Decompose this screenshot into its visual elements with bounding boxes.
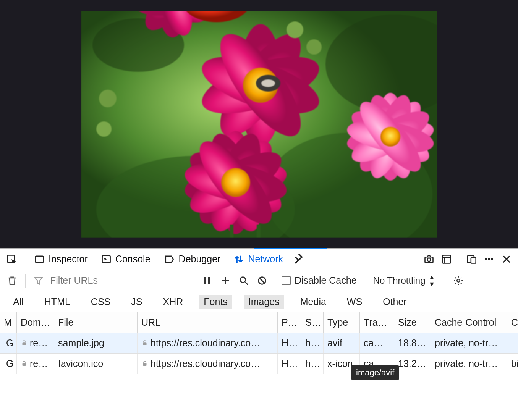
- tab-debugger[interactable]: Debugger: [159, 249, 225, 270]
- svg-point-59: [488, 258, 490, 260]
- svg-point-58: [485, 258, 487, 260]
- network-toolbar: Disable Cache No Throttling ▲▼: [0, 270, 518, 291]
- table-row[interactable]: G re… favicon.ico https://res.cloudinary…: [0, 354, 518, 374]
- tab-console-label: Console: [115, 254, 151, 265]
- svg-rect-67: [143, 342, 147, 345]
- screenshot-icon[interactable]: [422, 252, 436, 266]
- updown-icon: ▲▼: [429, 274, 435, 288]
- svg-point-46: [99, 90, 117, 107]
- cell-cache-control: private, no-tr…: [435, 358, 498, 369]
- svg-rect-69: [143, 363, 147, 366]
- tab-debugger-label: Debugger: [179, 254, 221, 265]
- tab-inspector-label: Inspector: [49, 254, 88, 265]
- col-cache-control[interactable]: Cache-Control: [431, 312, 507, 333]
- svg-point-60: [491, 258, 493, 260]
- cell-protocol: H…: [282, 338, 298, 349]
- active-tab-indicator: [254, 248, 327, 249]
- lock-icon: [141, 358, 148, 369]
- chip-html[interactable]: HTML: [40, 295, 75, 309]
- cell-scheme: h…: [305, 338, 320, 349]
- chip-media[interactable]: Media: [296, 295, 331, 309]
- cell-file: sample.jpg: [58, 338, 104, 349]
- cell-size: 18.8…: [398, 338, 426, 349]
- search-icon[interactable]: [237, 274, 251, 288]
- cell-file: favicon.ico: [58, 358, 103, 369]
- tab-console[interactable]: Console: [96, 249, 155, 270]
- tab-network[interactable]: Network: [229, 249, 288, 270]
- trash-icon[interactable]: [5, 274, 19, 288]
- svg-rect-48: [257, 225, 261, 238]
- cell-transferred: ca…: [364, 338, 383, 349]
- chip-images[interactable]: Images: [244, 295, 284, 309]
- checkbox-icon: [282, 276, 291, 285]
- cell-type: avif: [327, 338, 342, 349]
- responsive-icon[interactable]: [440, 252, 453, 266]
- more-tabs-icon[interactable]: [291, 252, 305, 266]
- cell-method: G: [6, 338, 13, 349]
- chip-css[interactable]: CSS: [86, 295, 115, 309]
- col-type[interactable]: Type: [324, 312, 360, 333]
- table-header: M Dom… File URL P… S… Type Tra… Size Cac…: [0, 312, 518, 333]
- svg-rect-51: [36, 256, 44, 262]
- col-method[interactable]: M: [0, 312, 17, 333]
- svg-rect-66: [23, 342, 26, 345]
- col-file[interactable]: File: [54, 312, 138, 333]
- svg-rect-61: [204, 277, 206, 284]
- svg-rect-55: [443, 255, 451, 263]
- svg-point-43: [380, 127, 400, 147]
- funnel-icon[interactable]: [32, 274, 45, 288]
- svg-point-47: [96, 121, 112, 137]
- throttling-select[interactable]: No Throttling ▲▼: [369, 274, 439, 288]
- chip-other[interactable]: Other: [378, 295, 411, 309]
- col-domain[interactable]: Dom…: [17, 312, 54, 333]
- tab-network-label: Network: [248, 254, 283, 265]
- col-url[interactable]: URL: [138, 312, 278, 333]
- pick-element-icon[interactable]: [5, 252, 18, 266]
- disable-cache-checkbox[interactable]: Disable Cache: [282, 275, 357, 286]
- filter-chips: All HTML CSS JS XHR Fonts Images Media W…: [0, 291, 518, 312]
- cell-size: 13.2…: [398, 358, 426, 369]
- cell-domain: re…: [30, 338, 48, 349]
- close-icon[interactable]: [500, 252, 513, 266]
- table-row[interactable]: G re… sample.jpg https://res.cloudinary.…: [0, 333, 518, 354]
- kebab-icon[interactable]: [482, 252, 496, 266]
- pause-icon[interactable]: [200, 274, 214, 288]
- chip-xhr[interactable]: XHR: [158, 295, 188, 309]
- tab-inspector[interactable]: Inspector: [29, 249, 92, 270]
- col-transferred[interactable]: Tra…: [360, 312, 394, 333]
- col-size[interactable]: Size: [394, 312, 431, 333]
- chip-js[interactable]: JS: [126, 295, 147, 309]
- block-icon[interactable]: [255, 274, 269, 288]
- cell-domain: re…: [30, 358, 48, 369]
- image-viewer: [0, 0, 518, 248]
- dock-icon[interactable]: [465, 252, 478, 266]
- plus-icon[interactable]: [219, 274, 232, 288]
- svg-point-23: [261, 79, 275, 87]
- svg-rect-57: [471, 257, 476, 263]
- cell-method: G: [6, 358, 13, 369]
- chip-ws[interactable]: WS: [342, 295, 367, 309]
- lock-icon: [21, 358, 28, 369]
- chip-all[interactable]: All: [8, 295, 28, 309]
- disable-cache-label: Disable Cache: [295, 275, 357, 286]
- cell-url: https://res.cloudinary.co…: [151, 358, 260, 369]
- gear-icon[interactable]: [452, 274, 465, 288]
- col-last[interactable]: C: [507, 312, 518, 333]
- lock-icon: [21, 338, 28, 349]
- chip-fonts[interactable]: Fonts: [199, 295, 232, 309]
- svg-rect-68: [23, 363, 26, 366]
- col-protocol[interactable]: P…: [278, 312, 301, 333]
- requests-table: M Dom… File URL P… S… Type Tra… Size Cac…: [0, 312, 518, 374]
- filter-input[interactable]: [50, 275, 188, 286]
- cell-protocol: H…: [282, 358, 298, 369]
- cell-cache-control: private, no-tr…: [435, 338, 498, 349]
- displayed-image: [81, 11, 437, 238]
- svg-rect-62: [208, 277, 210, 284]
- cell-scheme: h…: [305, 358, 320, 369]
- svg-point-45: [306, 39, 322, 55]
- cell-type: x-icon: [327, 358, 353, 369]
- lock-icon: [141, 338, 148, 349]
- throttling-label: No Throttling: [373, 275, 426, 286]
- svg-point-44: [287, 21, 303, 38]
- col-scheme[interactable]: S…: [301, 312, 324, 333]
